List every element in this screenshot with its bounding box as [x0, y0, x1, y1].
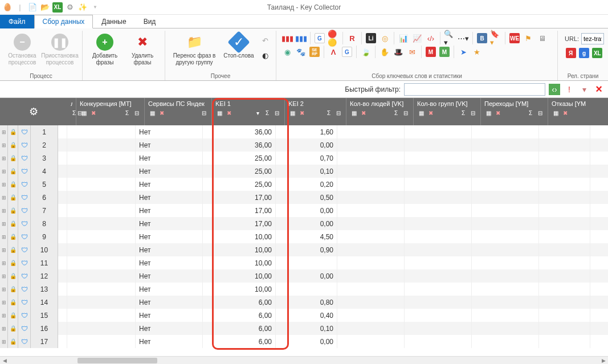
contrast-icon[interactable]: ◐	[259, 49, 271, 62]
shield-icon[interactable]: 🛡	[18, 125, 31, 138]
expand-icon[interactable]: ⊞	[0, 152, 8, 165]
filter-warn-button[interactable]: !	[564, 84, 575, 95]
table-row[interactable]: ⊞🔒🛡14Нет6,000,80	[0, 296, 608, 309]
horizontal-scrollbar[interactable]: ◀ ▶	[0, 356, 608, 364]
tab-view[interactable]: Вид	[135, 15, 165, 28]
target2-icon[interactable]: ◉	[281, 46, 293, 58]
grid-body[interactable]: ⊞🔒🛡1Нет36,001,60⊞🔒🛡2Нет36,000,00⊞🔒🛡3Нет2…	[0, 125, 608, 356]
delete-phrases-button[interactable]: ✖ Удалить фразы	[125, 32, 160, 72]
table-row[interactable]: ⊞🔒🛡11Нет10,00	[0, 256, 608, 269]
tab-file[interactable]: Файл	[0, 15, 34, 28]
trend-icon[interactable]: 📈	[411, 32, 423, 44]
filter-close-button[interactable]: ×	[593, 84, 605, 95]
filter-code-button[interactable]: ‹›	[549, 84, 560, 95]
col-refuse[interactable]: Отказы [YM ▦✖	[548, 98, 599, 125]
send-icon[interactable]: ➤	[457, 46, 470, 58]
chart-icon[interactable]: 📊	[397, 32, 410, 44]
scroll-thumb[interactable]	[77, 358, 157, 363]
scroll-left-icon[interactable]: ◀	[0, 357, 9, 365]
table-row[interactable]: ⊞🔒🛡6Нет17,000,50	[0, 191, 608, 204]
paw-icon[interactable]: 🐾	[295, 46, 307, 58]
liveinternet-icon[interactable]: Li	[365, 32, 377, 44]
shield-icon[interactable]: 🛡	[18, 322, 31, 335]
leaf-icon[interactable]: 🍃	[360, 46, 372, 58]
adwords-icon[interactable]: Λ	[327, 46, 340, 58]
undo-icon[interactable]: ↶	[259, 34, 271, 47]
col-vk-people[interactable]: Кол-во людей [VK] ▦✖Σ⊟	[346, 98, 414, 125]
tab-data[interactable]: Данные	[93, 15, 134, 28]
envelope-icon[interactable]: ✉	[406, 46, 418, 58]
bars-blue-icon[interactable]: ▮▮▮	[295, 32, 307, 44]
table-row[interactable]: ⊞🔒🛡3Нет25,000,70	[0, 152, 608, 165]
shield-icon[interactable]: 🛡	[18, 191, 31, 204]
hat-icon[interactable]: 🎩	[392, 46, 405, 58]
table-row[interactable]: ⊞🔒🛡10Нет10,000,90	[0, 243, 608, 256]
table-row[interactable]: ⊞🔒🛡4Нет25,000,10	[0, 165, 608, 178]
bars-red-icon[interactable]: ▮▮▮	[281, 32, 293, 44]
bookmark-icon[interactable]: 🔖▾	[489, 32, 502, 44]
flag-icon[interactable]: ⚑	[522, 32, 534, 44]
stop-process-button[interactable]: − Остановка процессов	[5, 32, 40, 72]
shield-icon[interactable]: 🛡	[18, 138, 31, 152]
shield-icon[interactable]: 🛡	[18, 165, 31, 178]
expand-icon[interactable]: ⊞	[0, 296, 8, 309]
col-competition[interactable]: Конкуренция [MT] ▦✖Σ⊟	[76, 98, 145, 125]
expand-icon[interactable]: ⊞	[0, 309, 8, 322]
target-icon[interactable]: ◎	[378, 32, 391, 44]
shield-icon[interactable]: 🛡	[18, 230, 31, 243]
tab-collect[interactable]: Сбор данных	[34, 15, 93, 28]
row-settings-header[interactable]: ⚙	[0, 98, 67, 125]
scroll-right-icon[interactable]: ▶	[599, 357, 608, 365]
yandex-icon[interactable]: Я	[565, 47, 577, 59]
expand-icon[interactable]: ⊞	[0, 322, 8, 335]
search-dropdown-icon[interactable]: 🔍▾	[443, 32, 456, 44]
add-phrases-button[interactable]: + Добавить фразы	[87, 32, 123, 72]
table-row[interactable]: ⊞🔒🛡17Нет6,000,00	[0, 335, 608, 348]
google2-icon[interactable]: G	[341, 46, 353, 58]
move-phrases-button[interactable]: 📁 Перенос фраз в другую группу	[170, 32, 219, 72]
new-doc-icon[interactable]: 📄	[27, 2, 38, 13]
vk-icon[interactable]: В	[476, 32, 488, 44]
expand-icon[interactable]: ⊞	[0, 178, 8, 191]
shield-icon[interactable]: 🛡	[18, 178, 31, 191]
hand-icon[interactable]: ✋	[378, 46, 391, 58]
filter-funnel-button[interactable]: ▾	[578, 84, 590, 95]
excel2-icon[interactable]: XL	[591, 47, 603, 59]
url-input[interactable]	[581, 33, 604, 44]
dots-dropdown-icon[interactable]: ⋯▾	[457, 32, 470, 44]
col-kei1[interactable]: KEI 1 ▦✖▾Σ⊟	[212, 98, 285, 125]
we-icon[interactable]: WE	[508, 32, 521, 44]
table-row[interactable]: ⊞🔒🛡16Нет6,000,10	[0, 322, 608, 335]
star-icon[interactable]: ★	[471, 46, 483, 58]
excel-icon[interactable]: XL	[52, 2, 63, 13]
shield-icon[interactable]: 🛡	[18, 243, 31, 256]
shield-icon[interactable]: 🛡	[18, 309, 31, 322]
expand-icon[interactable]: ⊞	[0, 256, 8, 269]
table-row[interactable]: ⊞🔒🛡2Нет36,000,00	[0, 138, 608, 152]
shield-icon[interactable]: 🛡	[18, 204, 31, 217]
mail-icon[interactable]: M	[425, 46, 437, 58]
table-row[interactable]: ⊞🔒🛡7Нет17,000,00	[0, 204, 608, 217]
table-row[interactable]: ⊞🔒🛡8Нет17,000,00	[0, 217, 608, 230]
google-icon[interactable]: G	[313, 32, 326, 44]
code-icon[interactable]: ‹/›	[425, 32, 437, 44]
col-vk-groups[interactable]: Кол-во групп [VK] ▦✖Σ⊟	[414, 98, 481, 125]
expand-icon[interactable]: ⊞	[0, 217, 8, 230]
expand-icon[interactable]: ⊞	[0, 138, 8, 152]
shield-icon[interactable]: 🛡	[18, 152, 31, 165]
expand-icon[interactable]: ⊞	[0, 269, 8, 283]
dropdown-icon[interactable]: ▼	[90, 2, 100, 13]
expand-icon[interactable]: ⊞	[0, 283, 8, 296]
expand-icon[interactable]: ⊞	[0, 191, 8, 204]
table-row[interactable]: ⊞🔒🛡13Нет10,00	[0, 283, 608, 296]
rambler-icon[interactable]: R	[346, 32, 358, 44]
expand-icon[interactable]: ⊞	[0, 125, 8, 138]
expand-icon[interactable]: ⊞	[0, 335, 8, 348]
shield-icon[interactable]: 🛡	[18, 283, 31, 296]
google3-icon[interactable]: g	[578, 47, 590, 59]
table-row[interactable]: ⊞🔒🛡5Нет25,000,20	[0, 178, 608, 191]
mediator-icon[interactable]: 🔴🟡	[327, 32, 340, 44]
stop-words-button[interactable]: ✓ Стоп-слова	[221, 32, 256, 72]
monitor-icon[interactable]: 🖥	[536, 32, 548, 44]
expand-icon[interactable]: ⊞	[0, 243, 8, 256]
